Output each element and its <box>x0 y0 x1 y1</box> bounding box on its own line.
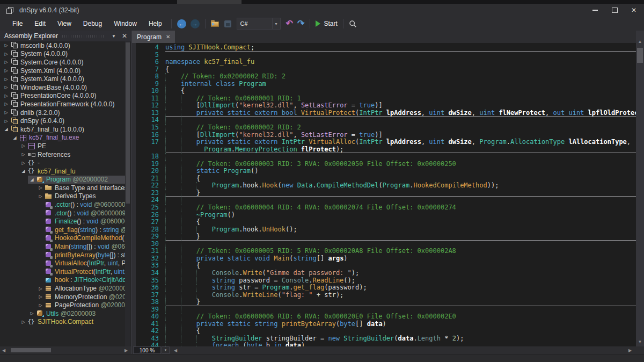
tree-item[interactable]: Finalize() : void @0600000 <box>0 217 125 226</box>
scrollbar-thumb[interactable] <box>126 42 130 204</box>
tree-item[interactable]: ◢kc57_final_fu (1.0.0.0) <box>0 125 125 134</box>
expander-icon[interactable]: ▷ <box>36 185 45 190</box>
expander-icon[interactable]: ◢ <box>19 169 27 173</box>
expander-icon[interactable]: ▷ <box>19 143 27 148</box>
tree-item[interactable]: ▷Derived Types <box>0 192 125 201</box>
save-module-button[interactable] <box>222 18 233 30</box>
expander-icon[interactable]: ▷ <box>2 43 10 48</box>
close-button[interactable]: ✕ <box>628 5 640 15</box>
open-file-button[interactable] <box>209 18 222 30</box>
chevron-down-icon[interactable]: ▼ <box>162 346 170 354</box>
scroll-left-icon[interactable]: ◀ <box>172 348 179 353</box>
tree-item[interactable]: ▷SJITHook.Compact <box>0 318 125 327</box>
tree-item[interactable]: ▷Base Type and Interfaces <box>0 184 125 192</box>
menu-item-help[interactable]: Help <box>143 18 168 30</box>
menu-item-edit[interactable]: Edit <box>28 18 52 30</box>
tree-item[interactable]: ▷Utils @02000003 <box>0 309 125 318</box>
tree-item[interactable]: ▷PresentationFramework (4.0.0.0) <box>0 100 125 108</box>
indent-guide <box>165 277 181 285</box>
expander-icon[interactable]: ▷ <box>36 303 45 308</box>
tree-item[interactable]: ▷System.Xaml (4.0.0.0) <box>0 75 125 83</box>
expander-icon[interactable]: ▷ <box>28 311 36 316</box>
tree-item[interactable]: ▷References <box>0 150 125 159</box>
tree-item[interactable]: Main(string[]) : void @06( <box>0 242 125 251</box>
expander-icon[interactable]: ▷ <box>2 102 10 106</box>
tree-item[interactable]: ◢kc57_final_fu <box>0 167 125 176</box>
expander-icon[interactable]: ▷ <box>19 152 27 157</box>
panel-close-button[interactable]: ✕ <box>120 32 129 40</box>
tree-item[interactable]: ◢kc57_final_fu.exe <box>0 134 125 142</box>
tree-item[interactable]: ▷PageProtection @0200000 <box>0 301 125 309</box>
redo-button[interactable]: ↷ <box>295 18 306 30</box>
tree-item[interactable]: ▷System (4.0.0.0) <box>0 50 125 59</box>
expander-icon[interactable]: ▷ <box>36 194 45 199</box>
editor-horizontal-scrollbar[interactable]: ◀ ▶ <box>170 346 636 354</box>
minimize-button[interactable] <box>589 5 601 15</box>
expander-icon[interactable]: ▷ <box>2 85 10 90</box>
tree-item[interactable]: ▷- <box>0 158 125 167</box>
tree-item[interactable]: ▷System.Core (4.0.0.0) <box>0 58 125 67</box>
tree-item[interactable]: hook : JITHook<ClrjitAdd <box>0 276 125 285</box>
expander-icon[interactable]: ▷ <box>2 119 10 124</box>
scrollbar-thumb[interactable] <box>11 348 51 352</box>
assembly-tree[interactable]: ▷mscorlib (4.0.0.0)▷System (4.0.0.0)▷Sys… <box>0 41 125 346</box>
expander-icon[interactable]: ▷ <box>2 52 10 56</box>
tree-item[interactable]: .cctor() : void @06000003 <box>0 200 125 209</box>
editor-vertical-scrollbar[interactable]: ▲ ▼ <box>636 31 644 346</box>
tree-item[interactable]: printByteArray(byte[]) : st <box>0 251 125 259</box>
tree-item[interactable]: VirtualAlloc(IntPtr, uint, P <box>0 259 125 267</box>
undo-button[interactable]: ↶ <box>284 18 295 30</box>
panel-menu-button[interactable]: ▼ <box>109 32 118 40</box>
menu-item-window[interactable]: Window <box>108 18 143 30</box>
menu-item-view[interactable]: View <box>52 18 77 30</box>
sidebar-vertical-scrollbar[interactable] <box>125 41 130 346</box>
tree-item[interactable]: ▷dnSpy (6.0.4.0) <box>0 117 125 125</box>
tree-item[interactable]: .ctor() : void @06000009 <box>0 209 125 218</box>
tree-item[interactable]: ▷System.Xml (4.0.0.0) <box>0 67 125 75</box>
menu-item-debug[interactable]: Debug <box>77 18 108 30</box>
expander-icon[interactable]: ▷ <box>2 77 10 82</box>
expander-icon[interactable]: ◢ <box>11 135 19 140</box>
assembly-explorer-header[interactable]: Assembly Explorer ▼ ✕ <box>0 31 131 41</box>
tree-item[interactable]: ▷AllocationType @0200000 <box>0 284 125 293</box>
tree-item[interactable]: ▷PE <box>0 142 125 150</box>
expander-icon[interactable]: ▷ <box>36 294 45 299</box>
expander-icon[interactable]: ▷ <box>19 161 27 165</box>
title-bar[interactable]: dnSpy v6.0.4 (32-bit) ✕ <box>0 4 644 17</box>
navigate-forward-button[interactable]: → <box>188 18 202 30</box>
scroll-up-icon[interactable]: ▲ <box>636 39 644 44</box>
language-select[interactable]: C# ▼ <box>237 18 281 30</box>
code-editor[interactable]: 4using SJITHook.Compact;56namespace kc57… <box>132 43 636 346</box>
scroll-right-icon[interactable]: ▶ <box>626 348 634 353</box>
scroll-down-icon[interactable]: ▼ <box>636 339 644 344</box>
expander-icon[interactable]: ◢ <box>2 127 10 132</box>
tab-program[interactable]: Program ✕ <box>132 31 175 43</box>
expander-icon[interactable]: ▷ <box>2 60 10 64</box>
tree-item[interactable]: HookedCompileMethod( <box>0 234 125 243</box>
expander-icon[interactable]: ▷ <box>2 68 10 73</box>
tree-item[interactable]: ▷dnlib (3.2.0.0) <box>0 108 125 117</box>
tree-item[interactable]: ▷MemoryProtection @020 <box>0 293 125 301</box>
start-debug-button[interactable]: Start <box>313 18 339 30</box>
tree-item[interactable]: VirtualProtect(IntPtr, uint, <box>0 267 125 276</box>
navigate-back-button[interactable]: ← <box>175 18 188 30</box>
tree-item[interactable]: ▷WindowsBase (4.0.0.0) <box>0 83 125 92</box>
tab-close-icon[interactable]: ✕ <box>166 34 170 40</box>
tree-item[interactable]: ◢Program @02000002 <box>0 176 125 184</box>
search-button[interactable] <box>347 18 359 30</box>
expander-icon[interactable]: ▷ <box>19 320 27 324</box>
expander-icon[interactable]: ▷ <box>36 286 45 291</box>
tree-item[interactable]: ▷mscorlib (4.0.0.0) <box>0 41 125 50</box>
expander-icon[interactable]: ◢ <box>28 177 36 182</box>
sidebar-horizontal-scrollbar[interactable]: ◀ ▶ <box>0 346 131 354</box>
menu-item-file[interactable]: File <box>6 18 28 30</box>
expander-icon[interactable]: ▷ <box>2 110 10 115</box>
scroll-right-icon[interactable]: ▶ <box>122 348 130 353</box>
expander-icon[interactable]: ▷ <box>2 93 10 98</box>
tree-item[interactable]: ▷PresentationCore (4.0.0.0) <box>0 92 125 100</box>
scroll-left-icon[interactable]: ◀ <box>0 348 8 353</box>
tree-item[interactable]: get_flag(string) : string @ <box>0 226 125 234</box>
maximize-button[interactable] <box>609 5 620 15</box>
zoom-level-select[interactable]: 100 % <box>133 346 161 354</box>
scrollbar-thumb[interactable] <box>637 48 643 63</box>
